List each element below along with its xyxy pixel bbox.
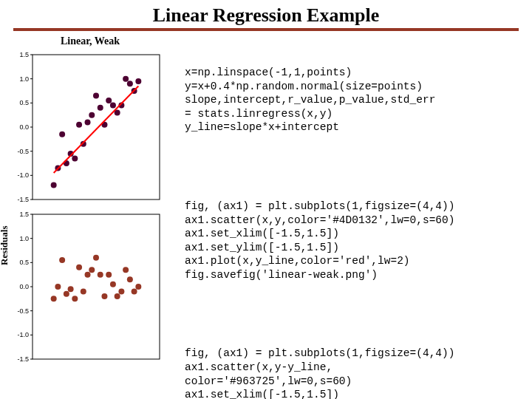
svg-point-23 [85,119,91,125]
code-block-2: fig, (ax1) = plt.subplots(1,figsize=(4,4… [185,200,523,282]
svg-point-55 [68,286,74,292]
svg-point-17 [59,132,65,137]
svg-text:0.0: 0.0 [19,283,29,290]
svg-text:1.0: 1.0 [19,75,29,83]
scatter-chart-title: Linear, Weak [9,35,171,47]
svg-text:-0.5: -0.5 [17,307,29,315]
svg-point-58 [81,289,86,295]
svg-text:-1.0: -1.0 [17,331,29,338]
svg-point-70 [132,289,137,295]
svg-text:-1.0: -1.0 [17,171,29,179]
svg-point-57 [76,265,82,270]
residuals-ylabel: Residuals [0,226,10,265]
code-block-3: fig, (ax1) = plt.subplots(1,figsize=(4,4… [185,347,523,399]
svg-point-59 [85,272,91,278]
residuals-chart: Residuals -1.5-1.0-0.50.00.51.01.5 [9,210,171,365]
svg-point-56 [72,296,78,301]
svg-rect-0 [33,55,160,200]
svg-point-67 [118,289,124,295]
svg-point-61 [93,255,99,261]
svg-point-29 [110,103,116,109]
svg-text:1.0: 1.0 [19,235,29,242]
svg-point-65 [110,282,116,287]
svg-point-53 [59,257,65,263]
svg-text:0.0: 0.0 [19,123,29,131]
title-rule [13,28,519,31]
svg-point-54 [64,291,69,297]
svg-text:0.5: 0.5 [19,259,29,266]
charts-column: Linear, Weak -1.5-1.0-0.50.00.51.01.5 Re… [9,35,171,399]
svg-point-52 [55,284,61,290]
svg-point-69 [127,276,133,282]
svg-point-26 [98,105,103,111]
svg-point-28 [106,98,112,103]
code-column: x=np.linspace(-1,1,points) y=x+0.4*np.ra… [185,35,523,399]
svg-point-51 [51,296,57,301]
svg-point-20 [72,155,78,161]
svg-point-15 [51,182,57,188]
svg-text:-1.5: -1.5 [17,355,29,363]
svg-point-32 [123,76,129,82]
svg-point-60 [89,267,95,273]
svg-point-66 [115,293,120,299]
svg-point-68 [123,267,129,273]
svg-point-35 [135,78,141,84]
code-block-1: x=np.linspace(-1,1,points) y=x+0.4*np.ra… [185,66,523,134]
svg-text:1.5: 1.5 [19,211,29,218]
svg-point-71 [135,284,141,290]
svg-point-24 [89,112,95,118]
svg-point-25 [93,93,99,99]
svg-text:-0.5: -0.5 [17,148,29,155]
page-title: Linear Regression Example [0,0,532,28]
svg-point-33 [127,81,133,86]
svg-point-62 [98,272,103,278]
svg-point-64 [106,272,112,278]
svg-point-63 [101,293,107,299]
scatter-chart: -1.5-1.0-0.50.00.51.01.5 [9,50,171,205]
svg-point-21 [76,122,82,128]
svg-text:-1.5: -1.5 [17,196,29,203]
svg-text:0.5: 0.5 [19,99,29,106]
svg-text:1.5: 1.5 [19,51,29,58]
